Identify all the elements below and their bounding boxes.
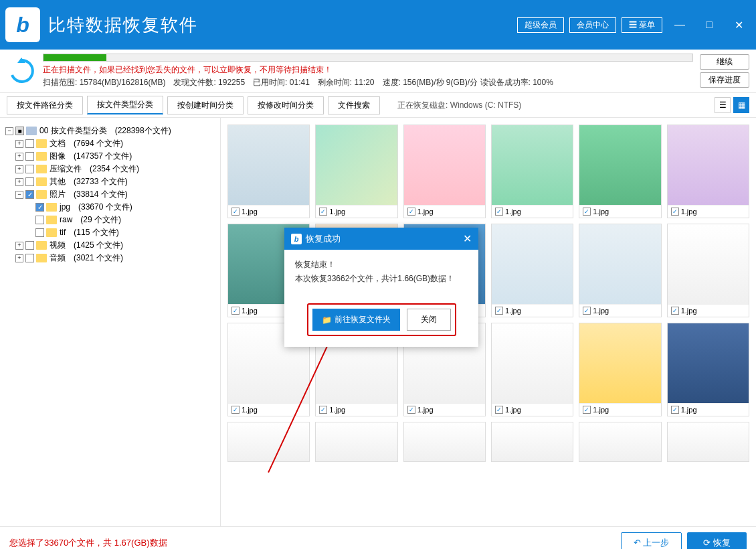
thumbnail-label-row: 1.jpg [579, 205, 660, 218]
progress-fill [43, 54, 106, 61]
thumbnail-checkbox[interactable] [583, 307, 591, 315]
thumbnail-item[interactable] [315, 422, 397, 462]
thumbnail-checkbox[interactable] [407, 406, 415, 414]
thumbnail-item[interactable]: 1.jpg [667, 323, 749, 416]
folder-icon [36, 165, 47, 173]
thumbnail-item[interactable]: 1.jpg [491, 125, 573, 218]
thumbnail-filename: 1.jpg [329, 208, 345, 216]
tree-root[interactable]: −■00 按文件类型分类 (228398个文件) [5, 125, 215, 137]
tree-checkbox[interactable]: ■ [15, 127, 24, 135]
thumbnail-item[interactable]: 1.jpg [579, 224, 661, 317]
thumbnail-item[interactable]: 1.jpg [667, 125, 749, 218]
tree-node-docs[interactable]: +文档 (7694 个文件) [5, 137, 215, 150]
expand-icon[interactable]: + [15, 165, 23, 173]
expand-icon[interactable]: + [15, 140, 23, 148]
tree-checkbox[interactable] [25, 139, 34, 148]
thumbnail-item[interactable]: 1.jpg [667, 224, 749, 317]
menu-button[interactable]: ☰ 菜单 [622, 17, 662, 33]
thumbnail-checkbox[interactable] [495, 208, 503, 216]
tree-node-archives[interactable]: +压缩文件 (2354 个文件) [5, 163, 215, 175]
tab-by-type[interactable]: 按文件类型分类 [87, 96, 163, 114]
status-bar: 正在扫描文件，如果已经找到您丢失的文件，可以立即恢复，不用等待扫描结束！ 扫描范… [0, 50, 756, 93]
tree-checkbox[interactable] [35, 216, 44, 224]
tree-checkbox[interactable]: ✓ [25, 190, 34, 199]
logo-glyph: b [16, 13, 29, 37]
tree-node-other[interactable]: +其他 (32733 个文件) [5, 175, 215, 188]
tree-node-images[interactable]: +图像 (147357 个文件) [5, 150, 215, 163]
tree-checkbox[interactable] [25, 254, 34, 262]
thumbnail-item[interactable]: 1.jpg [315, 125, 397, 218]
tree-checkbox[interactable] [35, 228, 44, 237]
member-center-button[interactable]: 会员中心 [569, 17, 616, 33]
scan-stats: 扫描范围: 15784(MB)/162816(MB) 发现文件数: 192255… [43, 77, 693, 88]
tab-by-created[interactable]: 按创建时间分类 [167, 96, 244, 114]
thumbnail-label-row: 1.jpg [228, 205, 309, 218]
thumbnail-preview [316, 125, 397, 205]
close-icon[interactable]: ✕ [727, 15, 751, 34]
collapse-icon[interactable]: − [15, 191, 23, 199]
modal-close-button[interactable]: 关闭 [407, 309, 451, 331]
save-progress-button[interactable]: 保存进度 [700, 72, 749, 88]
thumbnail-item[interactable]: 1.jpg [491, 224, 573, 317]
recover-button[interactable]: ⟳ 恢复 [687, 532, 747, 549]
expand-icon[interactable]: + [15, 153, 23, 161]
thumbnail-filename: 1.jpg [505, 406, 521, 414]
thumbnail-checkbox[interactable] [231, 406, 240, 414]
thumbnail-preview [492, 125, 573, 205]
tree-checkbox[interactable] [25, 152, 34, 161]
thumbnail-checkbox[interactable] [583, 406, 591, 414]
minimize-icon[interactable]: — [668, 15, 692, 34]
tree-node-raw[interactable]: raw (29 个文件) [5, 214, 215, 226]
thumbnail-item[interactable]: 1.jpg [491, 323, 573, 416]
tab-search[interactable]: 文件搜索 [328, 96, 380, 114]
thumbnail-label-row: 1.jpg [668, 403, 749, 416]
tree-checkbox[interactable]: ✓ [35, 203, 44, 212]
prev-label: 上一步 [643, 538, 669, 548]
collapse-icon[interactable]: − [5, 127, 13, 135]
tree-node-video[interactable]: +视频 (1425 个文件) [5, 239, 215, 252]
thumbnail-item[interactable] [227, 422, 310, 462]
thumbnail-item[interactable] [403, 422, 486, 462]
grid-view-icon[interactable]: ▦ [733, 97, 749, 113]
thumbnail-checkbox[interactable] [319, 406, 327, 414]
thumbnail-checkbox[interactable] [231, 208, 240, 216]
prev-button[interactable]: ↶ 上一步 [621, 532, 682, 549]
goto-folder-button[interactable]: 📁前往恢复文件夹 [312, 309, 400, 331]
thumbnail-checkbox[interactable] [671, 307, 679, 315]
expand-icon[interactable]: + [15, 242, 23, 250]
maximize-icon[interactable]: □ [697, 15, 721, 34]
thumbnail-item[interactable] [491, 422, 573, 462]
thumbnail-checkbox[interactable] [671, 406, 679, 414]
tree-checkbox[interactable] [25, 177, 34, 186]
tree-checkbox[interactable] [25, 165, 34, 173]
thumbnail-checkbox[interactable] [583, 208, 591, 216]
thumbnail-item[interactable]: 1.jpg [227, 125, 310, 218]
tab-by-modified[interactable]: 按修改时间分类 [248, 96, 324, 114]
tree-node-audio[interactable]: +音频 (3021 个文件) [5, 252, 215, 264]
thumbnail-checkbox[interactable] [319, 208, 327, 216]
thumbnail-item[interactable]: 1.jpg [579, 323, 661, 416]
tree-checkbox[interactable] [25, 241, 34, 250]
thumbnail-checkbox[interactable] [671, 208, 679, 216]
thumbnail-checkbox[interactable] [231, 307, 240, 315]
modal-close-icon[interactable]: ✕ [463, 232, 472, 245]
vip-button[interactable]: 超级会员 [517, 17, 564, 33]
tab-by-path[interactable]: 按文件路径分类 [7, 96, 83, 114]
thumbnail-checkbox[interactable] [495, 307, 503, 315]
scan-warning: 正在扫描文件，如果已经找到您丢失的文件，可以立即恢复，不用等待扫描结束！ [43, 64, 693, 76]
tabs-row: 按文件路径分类 按文件类型分类 按创建时间分类 按修改时间分类 文件搜索 正在恢… [0, 93, 756, 118]
thumbnail-item[interactable]: 1.jpg [403, 125, 486, 218]
thumbnail-item[interactable]: 1.jpg [579, 125, 661, 218]
tree-node-photos[interactable]: −✓照片 (33814 个文件) [5, 188, 215, 201]
list-view-icon[interactable]: ☰ [715, 97, 731, 113]
thumbnail-checkbox[interactable] [495, 406, 503, 414]
expand-icon[interactable]: + [15, 254, 23, 262]
thumbnail-checkbox[interactable] [407, 208, 415, 216]
tree-node-tif[interactable]: tif (115 个文件) [5, 226, 215, 239]
thumbnail-item[interactable] [667, 422, 749, 462]
expand-icon[interactable]: + [15, 178, 23, 186]
thumbnail-preview [404, 125, 485, 205]
continue-button[interactable]: 继续 [700, 54, 749, 70]
thumbnail-item[interactable] [579, 422, 661, 462]
tree-node-jpg[interactable]: ✓jpg (33670 个文件) [5, 201, 215, 214]
